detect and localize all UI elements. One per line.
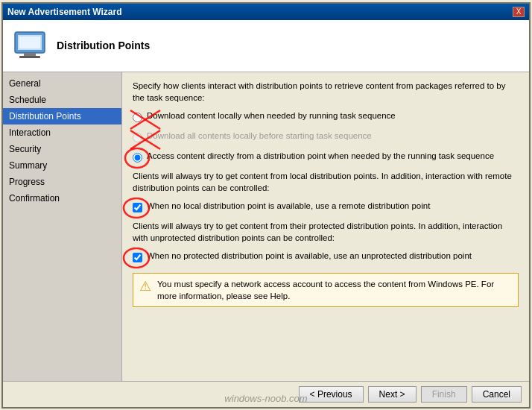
warning-box: ⚠ You must specify a network access acco… — [133, 273, 519, 307]
checkbox2-input[interactable] — [133, 253, 142, 262]
option1-label: Download content locally when needed by … — [147, 111, 396, 120]
svg-rect-3 — [19, 56, 40, 58]
sidebar-item-summary[interactable]: Summary — [3, 157, 121, 174]
clients-text-2: Clients will always try to get content f… — [133, 220, 519, 244]
option3-radio[interactable] — [133, 153, 142, 163]
checkbox1-label: When no local distribution point is avai… — [147, 201, 430, 210]
sidebar-item-schedule[interactable]: Schedule — [3, 92, 121, 108]
sidebar-item-confirmation[interactable]: Confirmation — [3, 190, 121, 206]
svg-rect-2 — [24, 53, 36, 56]
footer: < Previous Next > Finish Cancel — [3, 381, 529, 407]
finish-button[interactable]: Finish — [421, 386, 467, 403]
previous-button[interactable]: < Previous — [299, 386, 364, 403]
header-icon — [12, 28, 48, 63]
sidebar-item-distribution-points[interactable]: Distribution Points — [3, 108, 121, 124]
option2-radio[interactable] — [133, 133, 142, 142]
sidebar-item-general[interactable]: General — [3, 75, 121, 92]
window-title: New Advertisement Wizard — [7, 7, 122, 17]
header-title: Distribution Points — [57, 40, 150, 51]
wizard-window: New Advertisement Wizard X Distribution … — [1, 2, 531, 409]
header-area: Distribution Points — [3, 20, 529, 72]
sidebar: General Schedule Distribution Points Int… — [3, 72, 122, 381]
option3-row: Access content directly from a distribut… — [133, 151, 519, 163]
option3-label: Access content directly from a distribut… — [147, 151, 494, 160]
svg-rect-5 — [19, 37, 40, 48]
option2-row: Download all contents locally before sta… — [133, 131, 519, 142]
warning-text: You must specify a network access accoun… — [157, 278, 512, 302]
sidebar-item-progress[interactable]: Progress — [3, 174, 121, 190]
cancel-button[interactable]: Cancel — [472, 386, 522, 403]
option2-label: Download all contents locally before sta… — [147, 131, 372, 140]
clients-text-1: Clients will always try to get content f… — [133, 170, 519, 194]
close-button[interactable]: X — [513, 7, 525, 17]
checkbox1-row: When no local distribution point is avai… — [133, 201, 519, 212]
checkbox2-label: When no protected distribution point is … — [147, 251, 472, 260]
warning-icon: ⚠ — [139, 278, 151, 294]
title-bar: New Advertisement Wizard X — [3, 4, 529, 20]
description-text: Specify how clients interact with distri… — [133, 80, 519, 104]
option1-row: Download content locally when needed by … — [133, 111, 519, 122]
sidebar-item-interaction[interactable]: Interaction — [3, 124, 121, 141]
sidebar-item-security[interactable]: Security — [3, 141, 121, 157]
option1-radio[interactable] — [133, 113, 142, 122]
content-area: Specify how clients interact with distri… — [122, 72, 529, 381]
main-content: General Schedule Distribution Points Int… — [3, 72, 529, 381]
checkbox2-row: When no protected distribution point is … — [133, 251, 519, 262]
next-button[interactable]: Next > — [368, 386, 417, 403]
checkbox1-input[interactable] — [133, 203, 142, 212]
